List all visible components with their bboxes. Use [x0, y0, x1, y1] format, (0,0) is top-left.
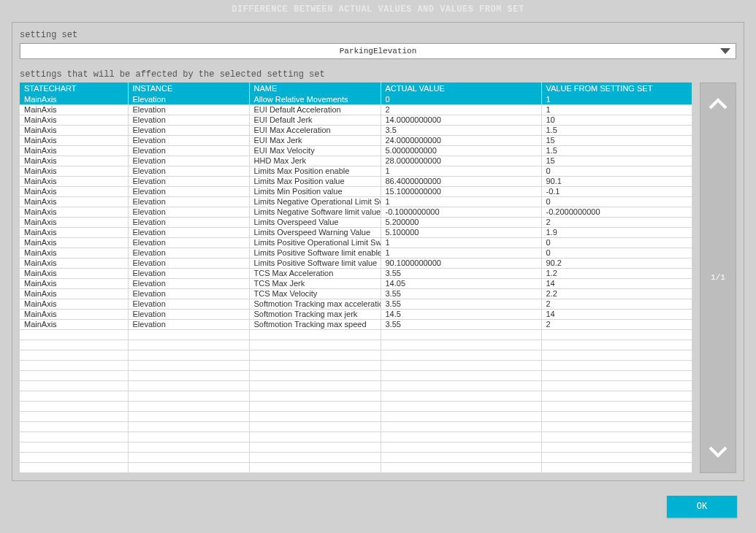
table-row-empty	[20, 380, 692, 391]
table-row[interactable]: MainAxisElevationTCS Max Velocity3.552.2	[20, 288, 692, 299]
cell-set: 1	[541, 94, 692, 104]
cell-name: TCS Max Jerk	[249, 278, 381, 288]
cell-instance: Elevation	[128, 237, 249, 248]
cell-instance: Elevation	[128, 258, 249, 268]
table-row-empty	[20, 401, 692, 411]
cell-statechart: MainAxis	[20, 227, 128, 237]
cell-set: 90.2	[541, 258, 692, 268]
table-row[interactable]: MainAxisElevationLimits Min Position val…	[20, 186, 692, 196]
cell-set: 15	[541, 135, 692, 145]
cell-actual: 14.5	[381, 309, 541, 319]
cell-actual: 2	[381, 104, 541, 115]
setting-set-label: setting set	[20, 30, 736, 40]
cell-name: Limits Positive Software limit enable	[249, 248, 381, 258]
table-row[interactable]: MainAxisElevationTCS Max Jerk14.0514	[20, 278, 692, 288]
cell-set: 1.5	[541, 145, 692, 156]
cell-statechart: MainAxis	[20, 176, 128, 186]
table-row-empty	[20, 421, 692, 432]
cell-instance: Elevation	[128, 135, 249, 145]
table-row[interactable]: MainAxisElevationEUI Default Acceleratio…	[20, 104, 692, 115]
cell-statechart: MainAxis	[20, 299, 128, 309]
table-row-empty	[20, 360, 692, 370]
table-row[interactable]: MainAxisElevationSoftmotion Tracking max…	[20, 309, 692, 319]
cell-name: Softmotion Tracking max jerk	[249, 309, 381, 319]
cell-instance: Elevation	[128, 156, 249, 166]
table-row[interactable]: MainAxisElevationLimits Positive Softwar…	[20, 258, 692, 268]
cell-statechart: MainAxis	[20, 278, 128, 288]
cell-set: -0.1	[541, 186, 692, 196]
col-header-statechart[interactable]: STATECHART	[20, 83, 128, 94]
table-row[interactable]: MainAxisElevationSoftmotion Tracking max…	[20, 299, 692, 309]
cell-set: 0	[541, 248, 692, 258]
setting-set-value: ParkingElevation	[20, 47, 736, 55]
table-row[interactable]: MainAxisElevationEUI Default Jerk14.0000…	[20, 115, 692, 125]
cell-set: 2	[541, 319, 692, 329]
table-row[interactable]: MainAxisElevationLimits Negative Softwar…	[20, 207, 692, 217]
table-row-empty	[20, 350, 692, 360]
cell-set: 0	[541, 196, 692, 207]
cell-name: HHD Max Jerk	[249, 156, 381, 166]
table-row-empty	[20, 340, 692, 350]
cell-set: 2	[541, 299, 692, 309]
cell-statechart: MainAxis	[20, 166, 128, 176]
cell-actual: 86.4000000000	[381, 176, 541, 186]
cell-set: 14	[541, 309, 692, 319]
cell-actual: 1	[381, 166, 541, 176]
cell-set: 1.5	[541, 125, 692, 135]
cell-name: EUI Max Jerk	[249, 135, 381, 145]
scroll-up-button[interactable]	[709, 98, 728, 110]
table-row[interactable]: MainAxisElevationEUI Max Jerk24.00000000…	[20, 135, 692, 145]
table-row[interactable]: MainAxisElevationEUI Max Velocity5.00000…	[20, 145, 692, 156]
cell-set: 10	[541, 115, 692, 125]
cell-name: Softmotion Tracking max acceleration	[249, 299, 381, 309]
ok-button[interactable]: OK	[667, 496, 737, 518]
setting-set-select[interactable]: ParkingElevation	[20, 43, 736, 59]
page-title: DIFFERENCE BETWEEN ACTUAL VALUES AND VAL…	[0, 0, 756, 22]
table-row[interactable]: MainAxisElevationLimits Max Position ena…	[20, 166, 692, 176]
table-row[interactable]: MainAxisElevationLimits Overspeed Value5…	[20, 217, 692, 227]
cell-instance: Elevation	[128, 319, 249, 329]
svg-marker-0	[720, 48, 730, 54]
col-header-set[interactable]: VALUE FROM SETTING SET	[541, 83, 692, 94]
table-row[interactable]: MainAxisElevationLimits Overspeed Warnin…	[20, 227, 692, 237]
table-row[interactable]: MainAxisElevationLimits Negative Operati…	[20, 196, 692, 207]
cell-name: Allow Relative Movements	[249, 94, 381, 104]
table-row[interactable]: MainAxisElevationSoftmotion Tracking max…	[20, 319, 692, 329]
table-row[interactable]: MainAxisElevationHHD Max Jerk28.00000000…	[20, 156, 692, 166]
cell-actual: 24.0000000000	[381, 135, 541, 145]
cell-instance: Elevation	[128, 186, 249, 196]
scroll-down-button[interactable]	[709, 446, 728, 458]
col-header-instance[interactable]: INSTANCE	[128, 83, 249, 94]
settings-table-area: STATECHART INSTANCE NAME ACTUAL VALUE VA…	[20, 83, 692, 473]
cell-statechart: MainAxis	[20, 268, 128, 278]
table-row[interactable]: MainAxisElevationLimits Max Position val…	[20, 176, 692, 186]
cell-name: Limits Max Position value	[249, 176, 381, 186]
table-row[interactable]: MainAxisElevationEUI Max Acceleration3.5…	[20, 125, 692, 135]
table-row-empty	[20, 462, 692, 472]
cell-actual: 3.55	[381, 299, 541, 309]
col-header-name[interactable]: NAME	[249, 83, 381, 94]
cell-name: EUI Default Jerk	[249, 115, 381, 125]
table-row-empty	[20, 370, 692, 380]
cell-instance: Elevation	[128, 278, 249, 288]
cell-statechart: MainAxis	[20, 288, 128, 299]
cell-name: Limits Max Position enable	[249, 166, 381, 176]
cell-actual: 14.0000000000	[381, 115, 541, 125]
table-row[interactable]: MainAxisElevationLimits Positive Operati…	[20, 237, 692, 248]
cell-statechart: MainAxis	[20, 248, 128, 258]
table-row[interactable]: MainAxisElevationAllow Relative Movement…	[20, 94, 692, 104]
cell-set: 2.2	[541, 288, 692, 299]
table-row[interactable]: MainAxisElevationTCS Max Acceleration3.5…	[20, 268, 692, 278]
table-row-empty	[20, 442, 692, 452]
cell-instance: Elevation	[128, 227, 249, 237]
col-header-actual[interactable]: ACTUAL VALUE	[381, 83, 541, 94]
page-indicator: 1/1	[711, 273, 725, 282]
table-row[interactable]: MainAxisElevationLimits Positive Softwar…	[20, 248, 692, 258]
cell-actual: 3.55	[381, 319, 541, 329]
cell-instance: Elevation	[128, 196, 249, 207]
cell-instance: Elevation	[128, 248, 249, 258]
cell-actual: 14.05	[381, 278, 541, 288]
cell-actual: 5.200000	[381, 217, 541, 227]
cell-statechart: MainAxis	[20, 207, 128, 217]
cell-statechart: MainAxis	[20, 196, 128, 207]
